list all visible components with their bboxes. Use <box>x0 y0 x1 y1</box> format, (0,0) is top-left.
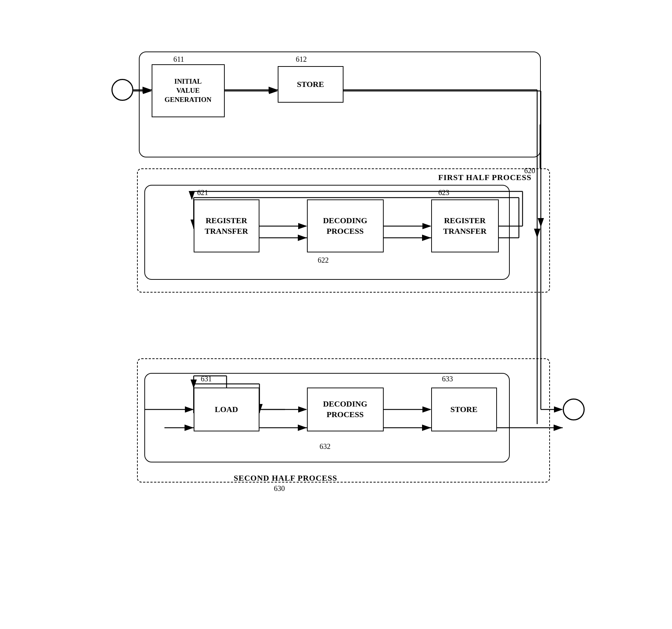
end-circle <box>563 399 585 420</box>
label-631: 631 <box>201 375 212 383</box>
start-circle <box>111 79 133 101</box>
decoding-process-622-box: DECODINGPROCESS <box>307 199 384 252</box>
label-612: 612 <box>296 55 307 64</box>
second-half-label: SECOND HALF PROCESS <box>234 473 337 483</box>
first-half-label: FIRST HALF PROCESS <box>438 173 531 182</box>
decoding-process-632-box: DECODINGPROCESS <box>307 388 384 431</box>
store-top-box: STORE <box>278 66 343 103</box>
store-633-box: STORE <box>431 388 497 431</box>
label-633: 633 <box>442 375 453 383</box>
label-623: 623 <box>438 188 449 197</box>
label-632: 632 <box>320 442 331 451</box>
initial-value-generation-box: INITIALVALUEGENERATION <box>152 64 225 117</box>
label-621: 621 <box>197 188 208 197</box>
diagram-container: 611 INITIALVALUEGENERATION 612 STORE FIR… <box>80 22 592 607</box>
label-622: 622 <box>318 256 329 264</box>
load-631-box: LOAD <box>194 388 259 431</box>
label-630: 630 <box>274 484 285 493</box>
label-611: 611 <box>174 55 184 64</box>
register-transfer-621-box: REGISTERTRANSFER <box>194 199 259 252</box>
register-transfer-623-box: REGISTERTRANSFER <box>431 199 499 252</box>
label-620: 620 <box>524 167 535 175</box>
